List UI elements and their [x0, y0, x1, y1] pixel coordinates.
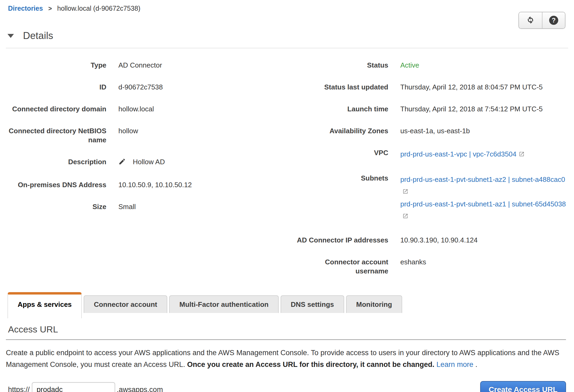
detail-row-status-last-updated: Status last updatedThursday, April 12, 2… [293, 83, 567, 92]
tab-apps-services[interactable]: Apps & services [7, 292, 82, 318]
details-divider [6, 48, 568, 48]
detail-row-connected-directory-domain: Connected directory domainhollow.local [7, 104, 293, 113]
field-label: Size [7, 202, 118, 211]
breadcrumb: Directories>hollow.local (d-90672c7538) [0, 0, 574, 13]
tab-connector-account[interactable]: Connector account [84, 295, 167, 313]
details-section: Details TypeAD ConnectorIDd-90672c7538Co… [0, 30, 574, 288]
create-access-url-button[interactable]: Create Access URL [480, 381, 566, 392]
detail-row-description: DescriptionHollow AD [7, 157, 293, 167]
value-text: d-90672c7538 [118, 83, 163, 91]
value-text: Thursday, April 12, 2018 at 8:04:57 PM U… [400, 83, 543, 91]
access-url-input[interactable] [32, 382, 115, 392]
link-line: prd-prd-us-east-1-pvt-subnet1-az1 | subn… [400, 198, 567, 223]
detail-row-on-premises-dns-address: On-premises DNS Address10.10.50.9, 10.10… [7, 180, 293, 189]
field-label: Connected directory domain [7, 104, 118, 113]
detail-row-size: SizeSmall [7, 202, 293, 211]
field-value: 10.10.50.9, 10.10.50.12 [118, 180, 293, 189]
description-period: . [473, 360, 477, 369]
access-url-description: Create a public endpoint to access your … [6, 347, 566, 370]
status-badge: Active [400, 61, 419, 69]
field-label: Status last updated [293, 83, 400, 92]
link-line: prd-prd-us-east-1-pvt-subnet1-az2 | subn… [400, 174, 567, 198]
external-link-icon [402, 186, 408, 198]
access-url-section: Access URL Create a public endpoint to a… [0, 324, 574, 392]
field-label: Availability Zones [293, 126, 400, 135]
url-suffix-label: .awsapps.com [117, 386, 163, 392]
detail-row-type: TypeAD Connector [7, 61, 293, 70]
detail-row-launch-time: Launch timeThursday, April 12, 2018 at 7… [293, 104, 567, 113]
breadcrumb-current-page: hollow.local (d-90672c7538) [57, 5, 140, 12]
resource-link[interactable]: prd-prd-us-east-1-vpc | vpc-7c6d3504 [400, 150, 517, 158]
value-text: Small [118, 203, 136, 211]
field-label: Subnets [293, 174, 400, 223]
field-label: Type [7, 61, 118, 70]
question-mark-icon: ? [549, 16, 558, 25]
field-label: Status [293, 61, 400, 70]
value-text: Thursday, April 12, 2018 at 7:54:12 PM U… [400, 105, 543, 113]
field-value: 10.90.3.190, 10.90.4.124 [400, 236, 567, 245]
field-label: Connector account username [293, 257, 400, 276]
edit-pencil-icon[interactable] [118, 158, 126, 167]
field-value: Hollow AD [118, 157, 293, 167]
field-label: Launch time [293, 104, 400, 113]
learn-more-link[interactable]: Learn more [436, 360, 473, 369]
tab-bar: Apps & servicesConnector accountMulti-Fa… [0, 292, 574, 318]
access-url-form-row: https:// .awsapps.com Create Access URL [6, 381, 566, 392]
details-left-column: TypeAD ConnectorIDd-90672c7538Connected … [7, 61, 293, 224]
field-value: AD Connector [118, 61, 293, 70]
description-bold-text: Once you create an Access URL for this d… [187, 360, 434, 369]
link-line: prd-prd-us-east-1-vpc | vpc-7c6d3504 [400, 148, 567, 161]
field-value: Thursday, April 12, 2018 at 8:04:57 PM U… [400, 83, 567, 92]
field-value: us-east-1a, us-east-1b [400, 126, 567, 135]
url-prefix-label: https:// [6, 386, 30, 392]
field-label: On-premises DNS Address [7, 180, 118, 189]
value-text: eshanks [400, 258, 426, 266]
help-button[interactable]: ? [542, 12, 565, 28]
collapse-triangle-icon[interactable] [7, 34, 14, 38]
field-label: Connected directory NetBIOS name [7, 126, 118, 144]
field-label: VPC [293, 148, 400, 161]
details-section-title: Details [23, 30, 53, 41]
detail-row-vpc: VPCprd-prd-us-east-1-vpc | vpc-7c6d3504 [293, 148, 567, 161]
refresh-icon [526, 15, 535, 26]
field-label: Description [7, 157, 118, 167]
value-text: 10.10.50.9, 10.10.50.12 [118, 181, 192, 189]
detail-row-subnets: Subnetsprd-prd-us-east-1-pvt-subnet1-az2… [293, 174, 567, 223]
refresh-button[interactable] [519, 12, 542, 28]
field-value: eshanks [400, 257, 567, 276]
resource-link[interactable]: prd-prd-us-east-1-pvt-subnet1-az1 | subn… [400, 200, 566, 208]
detail-row-connected-directory-netbios-name: Connected directory NetBIOS namehollow [7, 126, 293, 144]
field-value: Thursday, April 12, 2018 at 7:54:12 PM U… [400, 104, 567, 113]
breadcrumb-separator: > [48, 5, 52, 12]
field-value: d-90672c7538 [118, 83, 293, 92]
value-text: hollow.local [118, 105, 154, 113]
details-right-column: StatusActiveStatus last updatedThursday,… [293, 61, 567, 288]
external-link-icon [519, 149, 525, 161]
external-link-icon [402, 211, 408, 223]
detail-row-availability-zones: Availability Zonesus-east-1a, us-east-1b [293, 126, 567, 135]
resource-link[interactable]: prd-prd-us-east-1-pvt-subnet1-az2 | subn… [400, 175, 565, 183]
field-value: prd-prd-us-east-1-pvt-subnet1-az2 | subn… [400, 174, 567, 223]
tab-multi-factor-authentication[interactable]: Multi-Factor authentication [169, 295, 279, 313]
toolbar-button-group: ? [518, 12, 565, 29]
value-text: us-east-1a, us-east-1b [400, 127, 470, 135]
detail-row-status: StatusActive [293, 61, 567, 70]
detail-row-connector-account-username: Connector account usernameeshanks [293, 257, 567, 276]
field-label: ID [7, 83, 118, 92]
details-grid: TypeAD ConnectorIDd-90672c7538Connected … [0, 61, 574, 288]
field-value: hollow.local [118, 104, 293, 113]
tab-monitoring[interactable]: Monitoring [346, 295, 402, 313]
value-text: hollow [118, 127, 138, 135]
detail-row-id: IDd-90672c7538 [7, 83, 293, 92]
value-text: AD Connector [118, 61, 162, 69]
field-value: hollow [118, 126, 293, 144]
detail-row-ad-connector-ip-addresses: AD Connector IP addresses10.90.3.190, 10… [293, 236, 567, 245]
field-value: Active [400, 61, 567, 70]
access-url-title: Access URL [6, 324, 566, 335]
value-text: 10.90.3.190, 10.90.4.124 [400, 236, 478, 244]
field-label: AD Connector IP addresses [293, 236, 400, 245]
field-value: prd-prd-us-east-1-vpc | vpc-7c6d3504 [400, 148, 567, 161]
access-url-divider [6, 339, 566, 340]
breadcrumb-directories-link[interactable]: Directories [8, 5, 43, 12]
tab-dns-settings[interactable]: DNS settings [281, 295, 344, 313]
